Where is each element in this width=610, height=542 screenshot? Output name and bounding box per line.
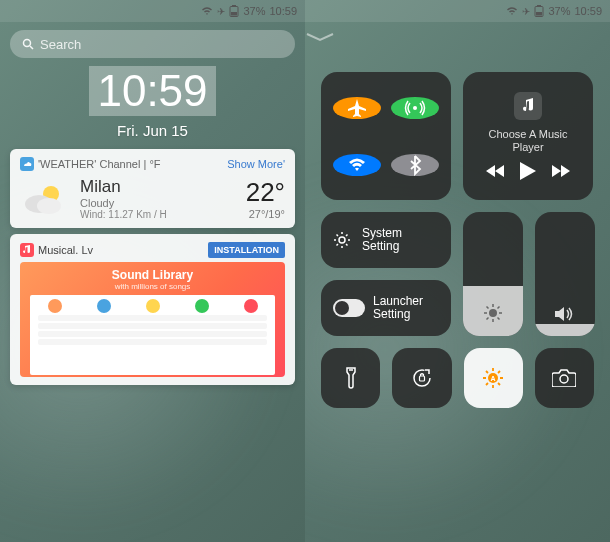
launcher-setting-button[interactable]: Launcher Setting <box>321 280 451 336</box>
weather-channel-icon <box>20 157 34 171</box>
airplane-icon: ✈ <box>522 6 530 17</box>
search-bar[interactable] <box>10 30 295 58</box>
night-shift-button[interactable]: A <box>464 348 523 408</box>
battery-percent: 37% <box>243 5 265 17</box>
weather-city: Milan <box>80 177 236 197</box>
svg-rect-12 <box>536 12 542 16</box>
search-icon <box>22 38 34 50</box>
ad-preview: Sound Library with millions of songs <box>20 262 285 377</box>
svg-point-15 <box>339 237 345 243</box>
bluetooth-toggle[interactable] <box>391 154 439 176</box>
wifi-icon <box>201 6 213 16</box>
music-tile[interactable]: Choose A Music Player <box>463 72 593 200</box>
cellular-toggle[interactable] <box>391 97 439 119</box>
airplane-icon: ✈ <box>217 6 225 17</box>
weather-card[interactable]: 'WEATHER' Channel | °F Show More' Milan … <box>10 149 295 228</box>
ad-preview-subtitle: with millions of songs <box>30 282 275 291</box>
connectivity-tile <box>321 72 451 200</box>
play-button[interactable] <box>520 162 536 180</box>
music-note-icon <box>514 92 542 120</box>
status-bar: ✈ 37% 10:59 <box>0 0 305 22</box>
launcher-setting-label: Launcher Setting <box>373 295 439 321</box>
svg-line-4 <box>30 46 33 49</box>
volume-slider[interactable] <box>535 212 595 336</box>
svg-rect-2 <box>231 12 237 16</box>
grabber-chevron-icon[interactable] <box>305 22 610 72</box>
svg-point-21 <box>560 375 568 383</box>
ad-preview-title: Sound Library <box>30 268 275 282</box>
clock-time: 10:59 <box>89 66 215 116</box>
toggle-switch-icon <box>333 299 365 317</box>
next-track-button[interactable] <box>552 165 570 177</box>
svg-rect-18 <box>419 376 424 381</box>
install-button[interactable]: INSTALLATION <box>208 242 285 258</box>
svg-point-3 <box>24 40 31 47</box>
search-input[interactable] <box>40 37 283 52</box>
svg-point-17 <box>414 370 430 386</box>
ad-card[interactable]: Musical. Lv INSTALLATION Sound Library w… <box>10 234 295 385</box>
ad-title: Musical. Lv <box>20 243 93 257</box>
svg-point-16 <box>489 309 497 317</box>
clock-date: Fri. Jun 15 <box>0 122 305 139</box>
volume-icon <box>555 306 575 322</box>
weather-channel-label: 'WEATHER' Channel | °F <box>20 157 161 171</box>
weather-temp: 22° <box>246 177 285 208</box>
status-time: 10:59 <box>574 5 602 17</box>
prev-track-button[interactable] <box>486 165 504 177</box>
brightness-slider[interactable] <box>463 212 523 336</box>
system-setting-label: System Setting <box>362 227 439 253</box>
wifi-toggle[interactable] <box>333 154 381 176</box>
system-setting-button[interactable]: System Setting <box>321 212 451 268</box>
rotation-lock-button[interactable] <box>392 348 451 408</box>
music-label: Choose A Music Player <box>473 128 583 154</box>
svg-rect-14 <box>514 92 542 120</box>
svg-point-8 <box>37 198 61 214</box>
show-more-link[interactable]: Show More' <box>227 158 285 170</box>
battery-percent: 37% <box>548 5 570 17</box>
weather-condition-icon <box>20 179 70 219</box>
brightness-icon <box>484 304 502 322</box>
clock-widget[interactable]: 10:59 Fri. Jun 15 <box>0 66 305 139</box>
wifi-icon <box>506 6 518 16</box>
flashlight-button[interactable] <box>321 348 380 408</box>
status-time: 10:59 <box>269 5 297 17</box>
weather-wind: Wind: 11.27 Km / H <box>80 209 236 220</box>
svg-point-13 <box>413 106 417 110</box>
camera-button[interactable] <box>535 348 594 408</box>
weather-condition: Cloudy <box>80 197 236 209</box>
airplane-mode-toggle[interactable] <box>333 97 381 119</box>
weather-range: 27°/19° <box>246 208 285 220</box>
music-app-icon <box>20 243 34 257</box>
battery-icon <box>534 5 544 17</box>
battery-icon <box>229 5 239 17</box>
gear-icon <box>333 231 354 249</box>
svg-rect-9 <box>20 243 34 257</box>
status-bar: ✈ 37% 10:59 <box>305 0 610 22</box>
svg-text:A: A <box>491 375 496 382</box>
